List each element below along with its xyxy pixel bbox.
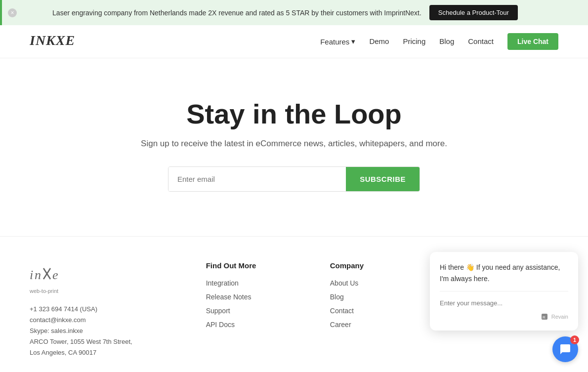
hero-heading: Stay in the Loop bbox=[10, 98, 578, 130]
svg-text:n: n bbox=[35, 268, 41, 282]
footer-link-contact[interactable]: Contact bbox=[330, 307, 354, 315]
chat-divider bbox=[440, 291, 568, 291]
chat-greeting: Hi there 👋 If you need any assistance, I… bbox=[440, 262, 568, 284]
schedule-cta-button[interactable]: Schedule a Product-Tour bbox=[429, 5, 518, 20]
footer-logo: i n e bbox=[30, 261, 186, 288]
nav-item-live-chat[interactable]: Live Chat bbox=[507, 33, 558, 50]
list-item: About Us bbox=[330, 279, 434, 288]
list-item: API Docs bbox=[206, 320, 310, 329]
footer-email: contact@inkxe.com bbox=[30, 315, 186, 326]
chevron-down-icon: ▾ bbox=[351, 37, 355, 46]
svg-text:e: e bbox=[52, 268, 58, 282]
announcement-text: Laser engraving company from Netherlands… bbox=[52, 9, 421, 17]
footer-email-link[interactable]: contact@inkxe.com bbox=[30, 316, 86, 324]
list-item: Career bbox=[330, 320, 434, 329]
nav-link-blog[interactable]: Blog bbox=[439, 37, 454, 45]
nav-item-features[interactable]: Features ▾ bbox=[320, 37, 355, 46]
footer-link-integration[interactable]: Integration bbox=[206, 279, 239, 287]
svg-text:R: R bbox=[543, 315, 546, 320]
close-announcement-button[interactable]: × bbox=[8, 8, 17, 17]
nav-link-pricing[interactable]: Pricing bbox=[403, 37, 425, 45]
footer-link-support[interactable]: Support bbox=[206, 307, 230, 315]
footer-col-company: Company About Us Blog Contact Career bbox=[330, 261, 434, 358]
main-nav: INKXE Features ▾ Demo Pricing Blog Conta… bbox=[0, 25, 588, 58]
list-item: Blog bbox=[330, 292, 434, 301]
nav-item-pricing[interactable]: Pricing bbox=[403, 37, 425, 46]
footer-tagline: web-to-print bbox=[30, 288, 186, 294]
chat-message-input[interactable] bbox=[440, 297, 568, 309]
close-icon: × bbox=[10, 9, 14, 16]
revain-branding: R Revain bbox=[440, 313, 568, 321]
svg-text:INKXE: INKXE bbox=[30, 33, 75, 48]
live-chat-button[interactable]: Live Chat bbox=[507, 33, 558, 50]
footer-link-release-notes[interactable]: Release Notes bbox=[206, 293, 252, 301]
footer-link-about[interactable]: About Us bbox=[330, 279, 359, 287]
list-item: Support bbox=[206, 306, 310, 315]
chat-badge: 1 bbox=[570, 335, 579, 344]
nav-link-contact[interactable]: Contact bbox=[468, 37, 494, 45]
nav-item-blog[interactable]: Blog bbox=[439, 37, 454, 46]
footer-col-find-out-more: Find Out More Integration Release Notes … bbox=[206, 261, 310, 358]
chat-open-button[interactable]: 1 bbox=[552, 336, 578, 362]
chat-button-row: 1 bbox=[430, 336, 578, 362]
email-input[interactable] bbox=[168, 167, 346, 191]
subscribe-form: SUBSCRIBE bbox=[168, 166, 420, 192]
svg-text:i: i bbox=[30, 268, 33, 282]
footer-phone: +1 323 694 7414 (USA) bbox=[30, 304, 186, 315]
footer-link-api-docs[interactable]: API Docs bbox=[206, 321, 235, 329]
footer-link-career[interactable]: Career bbox=[330, 321, 351, 329]
footer-skype: Skype: sales.inkxe bbox=[30, 326, 186, 336]
nav-links: Features ▾ Demo Pricing Blog Contact Liv… bbox=[320, 33, 558, 50]
footer-address-line1: ARCO Tower, 1055 West 7th Street, bbox=[30, 336, 186, 347]
list-item: Contact bbox=[330, 306, 434, 315]
nav-link-features[interactable]: Features ▾ bbox=[320, 37, 355, 46]
hero-subtext: Sign up to receive the latest in eCommer… bbox=[10, 139, 578, 149]
footer-links-find: Integration Release Notes Support API Do… bbox=[206, 279, 310, 329]
chat-widget: Hi there 👋 If you need any assistance, I… bbox=[430, 252, 578, 362]
footer-col-heading-find: Find Out More bbox=[206, 261, 310, 270]
list-item: Integration bbox=[206, 279, 310, 288]
nav-item-contact[interactable]: Contact bbox=[468, 37, 494, 46]
footer-col-heading-company: Company bbox=[330, 261, 434, 270]
logo-svg: INKXE bbox=[30, 32, 84, 48]
site-logo: INKXE bbox=[30, 32, 84, 51]
subscribe-button[interactable]: SUBSCRIBE bbox=[346, 167, 420, 191]
footer-logo-svg: i n e bbox=[30, 261, 74, 286]
footer-link-blog[interactable]: Blog bbox=[330, 293, 344, 301]
announcement-bar: × Laser engraving company from Netherlan… bbox=[0, 0, 588, 25]
revain-label: Revain bbox=[551, 314, 568, 320]
list-item: Release Notes bbox=[206, 292, 310, 301]
footer-links-company: About Us Blog Contact Career bbox=[330, 279, 434, 329]
chat-popup: Hi there 👋 If you need any assistance, I… bbox=[430, 252, 578, 331]
nav-link-demo[interactable]: Demo bbox=[369, 37, 389, 45]
footer-brand-column: i n e web-to-print +1 323 694 7414 (USA)… bbox=[30, 261, 186, 358]
footer-address-line2: Los Angeles, CA 90017 bbox=[30, 347, 186, 358]
hero-section: Stay in the Loop Sign up to receive the … bbox=[0, 58, 588, 236]
revain-icon: R bbox=[541, 313, 548, 321]
chat-icon bbox=[559, 343, 571, 355]
nav-item-demo[interactable]: Demo bbox=[369, 37, 389, 46]
